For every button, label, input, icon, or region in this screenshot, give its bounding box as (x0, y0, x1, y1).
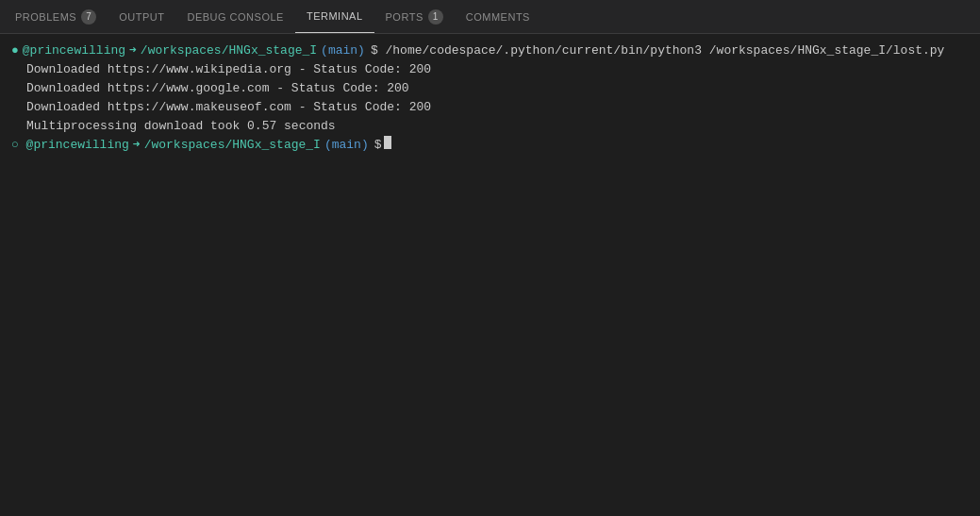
output-text: Downloaded https://www.makeuseof.com - S… (26, 98, 431, 117)
prompt-path: /workspaces/HNGx_stage_I (144, 136, 321, 155)
terminal-area: ●@princewilling➜/workspaces/HNGx_stage_I… (0, 34, 980, 516)
tab-label-comments: COMMENTS (466, 11, 530, 23)
terminal-line: ●@princewilling➜/workspaces/HNGx_stage_I… (11, 42, 969, 60)
output-indent (11, 79, 26, 98)
prompt-dot: ● (11, 42, 19, 60)
tab-problems[interactable]: PROBLEMS7 (4, 0, 108, 33)
tab-bar: PROBLEMS7OUTPUTDEBUG CONSOLETERMINALPORT… (0, 0, 980, 34)
terminal-line: Downloaded https://www.google.com - Stat… (11, 79, 969, 98)
output-text: Downloaded https://www.wikipedia.org - S… (26, 60, 431, 79)
tab-debug-console[interactable]: DEBUG CONSOLE (175, 0, 294, 33)
output-text: Downloaded https://www.google.com - Stat… (26, 79, 409, 98)
prompt-branch: (main) (324, 136, 369, 155)
output-indent (11, 60, 26, 79)
prompt-dollar: $ (371, 42, 378, 60)
prompt-dollar: $ (374, 136, 382, 155)
prompt-command: /home/codespace/.python/current/bin/pyth… (378, 42, 945, 60)
tab-label-debug-console: DEBUG CONSOLE (187, 11, 283, 23)
output-indent (11, 98, 26, 117)
tab-label-output: OUTPUT (119, 11, 164, 23)
terminal-line: Downloaded https://www.makeuseof.com - S… (11, 98, 969, 117)
prompt-user: @princewilling (26, 136, 129, 155)
prompt-path: /workspaces/HNGx_stage_I (141, 42, 317, 60)
terminal-line: Downloaded https://www.wikipedia.org - S… (11, 60, 969, 79)
tab-comments[interactable]: COMMENTS (455, 0, 541, 33)
prompt-arrow: ➜ (133, 136, 141, 155)
tab-ports[interactable]: PORTS1 (374, 0, 455, 33)
tab-badge-ports: 1 (428, 9, 443, 25)
tab-badge-problems: 7 (81, 9, 96, 25)
output-indent (11, 117, 26, 136)
terminal-line: Multiprocessing download took 0.57 secon… (11, 117, 969, 136)
tab-label-terminal: TERMINAL (307, 10, 363, 22)
prompt-user: @princewilling (23, 42, 125, 60)
prompt-arrow: ➜ (129, 42, 137, 60)
tab-label-ports: PORTS (386, 11, 424, 23)
output-text: Multiprocessing download took 0.57 secon… (26, 117, 336, 136)
prompt-dot-empty: ○ (11, 136, 26, 155)
terminal-line: ○ @princewilling➜/workspaces/HNGx_stage_… (11, 136, 969, 155)
prompt-branch: (main) (321, 42, 365, 60)
tab-output[interactable]: OUTPUT (108, 0, 175, 33)
tab-label-problems: PROBLEMS (15, 11, 76, 23)
terminal-cursor (384, 136, 391, 149)
tab-terminal[interactable]: TERMINAL (295, 0, 374, 33)
